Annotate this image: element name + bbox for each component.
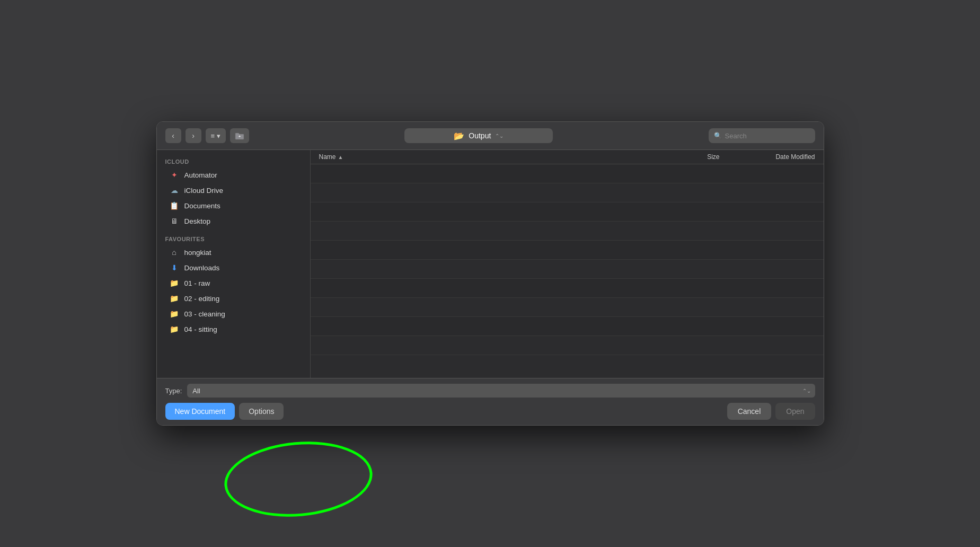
home-icon: ⌂	[170, 248, 179, 257]
sidebar-item-icloud-drive[interactable]: ☁ iCloud Drive	[161, 183, 306, 198]
search-input[interactable]	[725, 132, 810, 140]
sidebar-item-label: 03 - cleaning	[184, 310, 225, 318]
icloud-icon: ☁	[170, 186, 179, 195]
view-chevron-icon: ▾	[217, 132, 220, 140]
table-row[interactable]	[311, 279, 824, 298]
view-options-button[interactable]: ≡ ▾	[206, 128, 226, 143]
table-row[interactable]	[311, 222, 824, 241]
sidebar-item-label: Desktop	[184, 217, 211, 225]
sidebar-item-label: Downloads	[184, 264, 220, 272]
main-content: iCloud ✦ Automator ☁ iCloud Drive 📋 Docu…	[157, 150, 824, 378]
type-select[interactable]: All PDF Images Documents	[187, 384, 815, 398]
sidebar-item-label: Automator	[184, 171, 217, 179]
bottom-bar: Type: All PDF Images Documents ⌃⌄ New Do…	[157, 378, 824, 425]
sidebar-item-03-cleaning[interactable]: 📁 03 - cleaning	[161, 306, 306, 321]
new-folder-button[interactable]: +	[230, 128, 249, 143]
sidebar-item-label: 04 - sitting	[184, 325, 217, 333]
location-chevron-icon: ⌃⌄	[495, 133, 504, 139]
annotation-circle	[221, 436, 375, 523]
view-icon: ≡	[211, 132, 215, 140]
file-list: Name ▲ Size Date Modified	[311, 150, 824, 378]
downloads-icon: ⬇	[170, 263, 179, 272]
table-row[interactable]	[311, 241, 824, 260]
sidebar-item-label: Documents	[184, 202, 220, 210]
sidebar-item-label: 02 - editing	[184, 295, 220, 303]
type-row: Type: All PDF Images Documents ⌃⌄	[165, 384, 815, 398]
table-row[interactable]	[311, 336, 824, 355]
folder-icon: 📁	[170, 278, 179, 288]
new-document-button[interactable]: New Document	[165, 403, 235, 420]
options-button[interactable]: Options	[239, 403, 284, 420]
cancel-button[interactable]: Cancel	[727, 403, 772, 420]
sidebar-item-documents[interactable]: 📋 Documents	[161, 198, 306, 213]
sidebar-item-label: hongkiat	[184, 249, 211, 257]
sidebar-item-04-sitting[interactable]: 📁 04 - sitting	[161, 322, 306, 337]
sidebar-item-02-editing[interactable]: 📁 02 - editing	[161, 291, 306, 306]
buttons-row: New Document Options Cancel Open	[165, 403, 815, 420]
automator-icon: ✦	[170, 170, 179, 180]
folder-icon: 📁	[170, 324, 179, 334]
toolbar: ‹ › ≡ ▾ + 📂 Output ⌃⌄ 🔍	[157, 122, 824, 150]
table-row[interactable]	[311, 183, 824, 202]
folder-icon: 📁	[170, 294, 179, 303]
sort-arrow-icon: ▲	[338, 154, 343, 160]
folder-icon: 📂	[454, 131, 464, 141]
type-select-container: All PDF Images Documents ⌃⌄	[187, 384, 815, 398]
open-button[interactable]: Open	[775, 403, 815, 420]
documents-icon: 📋	[170, 201, 179, 210]
col-size-header[interactable]: Size	[667, 153, 720, 161]
sidebar-item-automator[interactable]: ✦ Automator	[161, 167, 306, 182]
folder-icon: 📁	[170, 309, 179, 319]
sidebar-item-downloads[interactable]: ⬇ Downloads	[161, 260, 306, 275]
type-label: Type:	[165, 387, 182, 395]
table-row[interactable]	[311, 202, 824, 222]
search-icon: 🔍	[714, 132, 722, 139]
table-row[interactable]	[311, 164, 824, 183]
col-name-header[interactable]: Name ▲	[319, 153, 667, 161]
col-date-header[interactable]: Date Modified	[720, 153, 815, 161]
forward-button[interactable]: ›	[186, 128, 201, 143]
location-selector[interactable]: 📂 Output ⌃⌄	[404, 128, 553, 143]
desktop-icon: 🖥	[170, 216, 179, 226]
sidebar-item-01-raw[interactable]: 📁 01 - raw	[161, 276, 306, 290]
table-row[interactable]	[311, 260, 824, 279]
table-row[interactable]	[311, 298, 824, 317]
location-name: Output	[469, 131, 491, 140]
svg-text:+: +	[239, 135, 241, 138]
sidebar-item-hongkiat[interactable]: ⌂ hongkiat	[161, 245, 306, 260]
sidebar: iCloud ✦ Automator ☁ iCloud Drive 📋 Docu…	[157, 150, 311, 378]
search-box: 🔍	[709, 128, 815, 143]
sidebar-item-desktop[interactable]: 🖥 Desktop	[161, 214, 306, 228]
back-button[interactable]: ‹	[165, 128, 181, 143]
table-row[interactable]	[311, 317, 824, 336]
sidebar-item-label: 01 - raw	[184, 279, 210, 287]
icloud-section-label: iCloud	[157, 155, 310, 167]
sidebar-item-label: iCloud Drive	[184, 187, 224, 195]
favourites-section-label: Favourites	[157, 233, 310, 244]
file-list-header: Name ▲ Size Date Modified	[311, 150, 824, 164]
